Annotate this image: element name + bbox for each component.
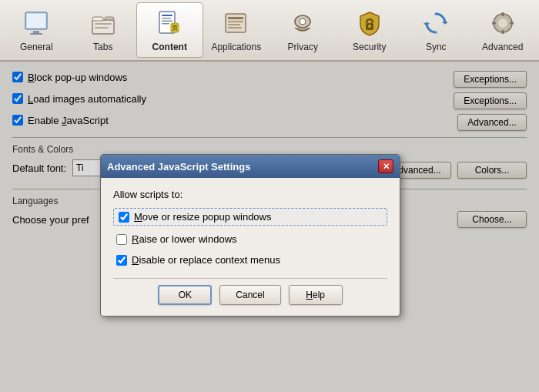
svg-rect-7: [95, 23, 112, 25]
toolbar-item-general[interactable]: General: [3, 2, 70, 58]
svg-point-25: [368, 25, 371, 28]
dialog-help-button[interactable]: Help: [289, 285, 343, 305]
dialog-ok-button[interactable]: OK: [158, 285, 212, 305]
toolbar: General Tabs 页 C: [0, 0, 539, 62]
toolbar-item-tabs[interactable]: Tabs: [70, 2, 137, 58]
applications-icon: [221, 8, 252, 39]
disable-context-checkbox[interactable]: [116, 255, 127, 266]
dialog-body: Allow scripts to: Move or resize popup w…: [101, 178, 400, 316]
svg-rect-17: [226, 14, 246, 32]
svg-rect-31: [501, 30, 504, 34]
svg-rect-1: [27, 14, 45, 28]
svg-rect-33: [510, 22, 514, 25]
dialog-subtitle: Allow scripts to:: [113, 189, 387, 200]
svg-rect-30: [501, 12, 504, 16]
disable-context-label: Disable or replace context menus: [132, 254, 280, 266]
toolbar-label-general: General: [20, 42, 53, 52]
toolbar-label-tabs: Tabs: [93, 42, 112, 52]
move-resize-checkbox[interactable]: [119, 212, 129, 223]
dialog-close-button[interactable]: ✕: [378, 159, 393, 173]
dialog-checkbox-row-move: Move or resize popup windows: [113, 208, 387, 226]
move-resize-label: Move or resize popup windows: [134, 211, 272, 223]
toolbar-item-applications[interactable]: Applications: [203, 2, 270, 58]
svg-point-29: [498, 18, 507, 28]
svg-rect-11: [162, 15, 172, 16]
tabs-icon: [88, 8, 119, 39]
toolbar-label-privacy: Privacy: [288, 42, 318, 52]
dialog-button-row: OK Cancel Help: [113, 278, 387, 305]
dialog-checkbox-row-raise: Raise or lower windows: [113, 232, 387, 246]
svg-rect-32: [492, 22, 496, 25]
main-content: Block pop-up windows Exceptions... Load …: [0, 62, 539, 392]
general-icon: [21, 8, 52, 39]
toolbar-item-advanced[interactable]: Advanced: [470, 2, 537, 58]
dialog-titlebar: Advanced JavaScript Settings ✕: [101, 155, 400, 178]
svg-rect-19: [228, 21, 243, 22]
svg-rect-3: [30, 33, 42, 35]
toolbar-item-sync[interactable]: Sync: [403, 2, 470, 58]
privacy-icon: [287, 8, 318, 39]
raise-lower-label: Raise or lower windows: [132, 233, 237, 245]
sync-icon: [420, 8, 451, 39]
svg-text:页: 页: [171, 25, 178, 32]
svg-rect-13: [162, 21, 172, 22]
raise-lower-checkbox[interactable]: [116, 234, 127, 245]
security-icon: [354, 8, 385, 39]
dialog-cancel-button[interactable]: Cancel: [219, 285, 280, 305]
toolbar-item-security[interactable]: Security: [336, 2, 403, 58]
toolbar-label-applications: Applications: [211, 42, 261, 52]
svg-point-23: [300, 18, 306, 25]
dialog: Advanced JavaScript Settings ✕ Allow scr…: [100, 154, 400, 317]
content-icon: 页: [154, 8, 185, 39]
dialog-checkbox-row-disable: Disable or replace context menus: [113, 253, 387, 267]
svg-rect-20: [228, 24, 240, 25]
advanced-icon: [487, 8, 518, 39]
svg-rect-14: [162, 23, 169, 25]
svg-rect-21: [228, 27, 242, 28]
svg-rect-12: [162, 18, 171, 19]
toolbar-item-privacy[interactable]: Privacy: [270, 2, 336, 58]
toolbar-label-sync: Sync: [426, 42, 447, 52]
svg-rect-18: [228, 17, 243, 19]
toolbar-item-content[interactable]: 页 Content: [136, 2, 203, 58]
dialog-title: Advanced JavaScript Settings: [107, 161, 250, 173]
svg-rect-8: [95, 27, 109, 28]
toolbar-label-content: Content: [152, 42, 187, 52]
svg-marker-26: [442, 20, 448, 23]
svg-rect-2: [33, 31, 39, 33]
toolbar-label-advanced: Advanced: [482, 42, 523, 52]
svg-rect-9: [92, 17, 103, 21]
toolbar-label-security: Security: [353, 42, 386, 52]
svg-marker-27: [424, 23, 430, 26]
